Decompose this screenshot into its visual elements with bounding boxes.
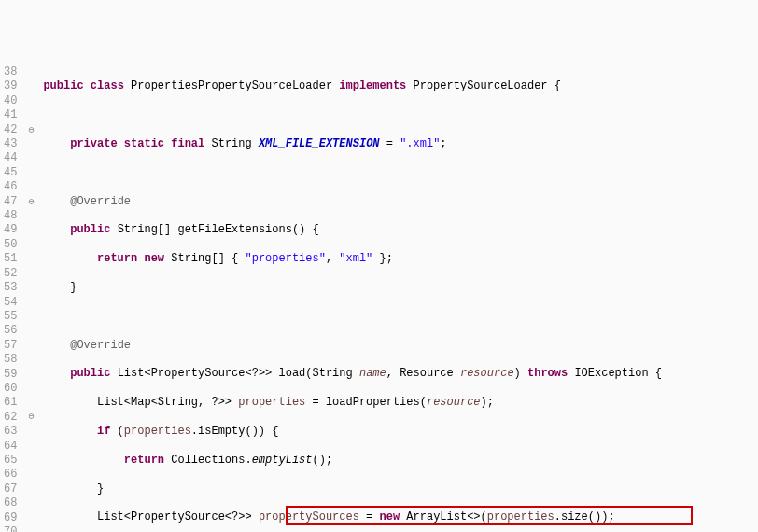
code-editor[interactable]: 38 39 40 41 42 43 44 45 46 47 48 49 50 5… bbox=[0, 52, 758, 532]
fold-gutter[interactable]: ⊖ ⊖ ⊖ bbox=[24, 65, 37, 532]
code-area[interactable]: public class PropertiesPropertySourceLoa… bbox=[37, 65, 668, 532]
line-number-gutter: 38 39 40 41 42 43 44 45 46 47 48 49 50 5… bbox=[0, 65, 24, 532]
